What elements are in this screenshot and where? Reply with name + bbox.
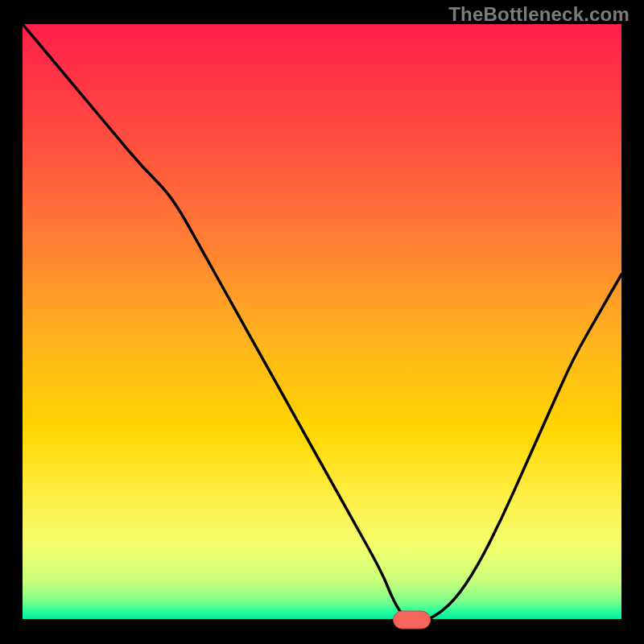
- optimal-marker: [394, 611, 431, 629]
- chart-frame: TheBottleneck.com: [0, 0, 644, 644]
- watermark-text: TheBottleneck.com: [448, 3, 630, 26]
- plot-background: [23, 24, 621, 620]
- bottleneck-plot: [0, 0, 644, 644]
